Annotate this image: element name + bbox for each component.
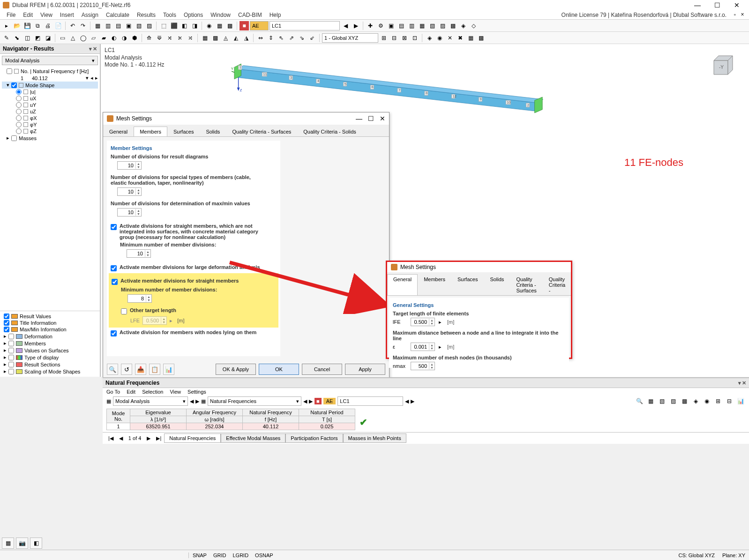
status-osnap[interactable]: OSNAP [255, 553, 273, 558]
menu-cadbim[interactable]: CAD-BIM [234, 11, 266, 19]
nf-lc-combo[interactable]: LC1 [337, 396, 403, 406]
spin-min-div[interactable]: 10▲▼ [127, 249, 151, 258]
tab-qc-surfaces[interactable]: Quality Criteria - Surfaces [226, 127, 297, 136]
t2n-icon[interactable]: ⟰ [144, 33, 154, 43]
t2w-icon[interactable]: ◮ [241, 33, 251, 43]
opt-typedisp-check[interactable] [8, 355, 14, 360]
x9-icon[interactable]: ▩ [448, 21, 457, 30]
x6-icon[interactable]: ▦ [417, 21, 427, 30]
t2y-icon[interactable]: ⇕ [266, 33, 276, 43]
ms-py-radio[interactable] [16, 122, 22, 127]
nav-pin-icon[interactable]: ▾ [89, 46, 92, 52]
table-row[interactable]: 1 63520.951 252.034 40.112 0.025 [107, 423, 355, 430]
x11-icon[interactable]: ◇ [469, 21, 478, 30]
nf-tool8-icon[interactable]: ⊞ [713, 396, 723, 406]
nf-tool7-icon[interactable]: ◉ [702, 396, 712, 406]
restore-sub-button[interactable]: ▫ [731, 11, 739, 19]
t2f-icon[interactable]: ▭ [58, 33, 67, 43]
x1-icon[interactable]: ✚ [366, 21, 375, 30]
t2e-icon[interactable]: ◪ [43, 33, 52, 43]
dialog-minimize-icon[interactable]: — [356, 115, 362, 122]
t2b-icon[interactable]: ⬊ [12, 33, 22, 43]
menu-window[interactable]: Window [207, 11, 234, 19]
nf-menu-goto[interactable]: Go To [106, 389, 120, 395]
nf-next1-icon[interactable]: ▶ [195, 398, 199, 404]
nf-menu-edit[interactable]: Edit [127, 389, 135, 395]
spin-div-special[interactable]: 10▲▼ [117, 187, 142, 196]
t2q-icon[interactable]: ⤪ [175, 33, 185, 43]
chk-straight-surf[interactable] [111, 224, 117, 230]
btab-pf[interactable]: Participation Factors [285, 433, 343, 443]
btab-mmp[interactable]: Masses in Mesh Points [343, 433, 406, 443]
chk-straight[interactable] [112, 279, 118, 285]
spin-nmax[interactable]: 500▲▼ [411, 362, 435, 370]
footer-extra-icon[interactable]: 📊 [163, 364, 174, 375]
t2g-icon[interactable]: △ [68, 33, 77, 43]
nf-tool4-icon[interactable]: ▨ [668, 396, 678, 406]
nf-tool3-icon[interactable]: ▧ [657, 396, 667, 406]
load-red-icon[interactable]: ■ [240, 21, 249, 30]
nf-pin-icon[interactable]: ▾ [738, 380, 741, 386]
t2x-icon[interactable]: ⇔ [256, 33, 265, 43]
x4-icon[interactable]: ▤ [397, 21, 406, 30]
nf-filter-icon[interactable]: ▦ [106, 398, 111, 404]
footer-export-icon[interactable]: 📋 [149, 364, 160, 375]
next-lc-icon[interactable]: ▶ [351, 21, 360, 30]
t2t-icon[interactable]: ▩ [210, 33, 220, 43]
spin-target-lfe[interactable]: 0.500▲▼ [411, 318, 435, 326]
freq-dropdown-icon[interactable]: ▾ [86, 75, 89, 81]
t2ab-icon[interactable]: ⇘ [297, 33, 307, 43]
tree-expand-icon[interactable]: ▾ [7, 82, 9, 88]
menu-calculate[interactable]: Calculate [102, 11, 133, 19]
t2s-icon[interactable]: ▦ [200, 33, 210, 43]
nf-analysis-combo[interactable]: Modal Analysis▾ [113, 396, 188, 406]
footer-snap-icon[interactable]: ◧ [30, 538, 42, 549]
t2ai-icon[interactable]: ◉ [435, 33, 444, 43]
x8-icon[interactable]: ▨ [438, 21, 447, 30]
dialog-close-icon[interactable]: ✕ [380, 115, 385, 122]
t2aj-icon[interactable]: ✕ [445, 33, 455, 43]
btab-emm[interactable]: Effective Modal Masses [221, 433, 285, 443]
masses-check[interactable] [11, 135, 17, 141]
chk-nodes[interactable] [111, 330, 117, 336]
nf-tool5-icon[interactable]: ▩ [680, 396, 689, 406]
ms-u-radio[interactable] [16, 89, 22, 95]
page-last-icon[interactable]: ▶| [153, 434, 164, 442]
nf-tool2-icon[interactable]: ▦ [646, 396, 655, 406]
t2ag-icon[interactable]: ⊡ [410, 33, 419, 43]
ms-pz-radio[interactable] [16, 128, 22, 134]
t2a-icon[interactable]: ✎ [2, 33, 11, 43]
prev-lc-icon[interactable]: ◀ [341, 21, 350, 30]
nf-red-icon[interactable]: ■ [315, 398, 322, 404]
tab-surfaces[interactable]: Surfaces [167, 127, 200, 136]
nf-next3-icon[interactable]: ▶ [411, 398, 414, 404]
t2v-icon[interactable]: ◭ [231, 33, 240, 43]
footer-camera-icon[interactable]: 📷 [16, 538, 28, 549]
tab-members[interactable]: Members [134, 127, 167, 136]
minimize-button[interactable]: — [688, 0, 707, 10]
t2z-icon[interactable]: ⇖ [277, 33, 286, 43]
v5-icon[interactable]: ▧ [134, 21, 143, 30]
status-lgrid[interactable]: LGRID [232, 553, 248, 558]
page-prev-icon[interactable]: ◀ [116, 434, 126, 442]
spin-eps[interactable]: 0.001▲▼ [411, 343, 435, 351]
opt-maxmin-check[interactable] [4, 327, 9, 332]
masses-expand-icon[interactable]: ▸ [7, 135, 9, 141]
opt-scaling-check[interactable] [8, 369, 14, 374]
t2ak-icon[interactable]: ✖ [456, 33, 465, 43]
nav-analysis-combo[interactable]: Modal Analysis▾ [2, 56, 98, 65]
tool4-icon[interactable]: ◨ [190, 21, 199, 30]
nf-tool6-icon[interactable]: ◈ [691, 396, 700, 406]
v4-icon[interactable]: ▣ [124, 21, 133, 30]
spin-div-result[interactable]: 10▲▼ [117, 161, 142, 170]
menu-file[interactable]: File [3, 11, 19, 19]
ok-button[interactable]: OK [259, 364, 299, 375]
nf-tool10-icon[interactable]: 📊 [736, 396, 745, 406]
loadcase-combo[interactable]: LC1 [270, 21, 340, 30]
t2d-icon[interactable]: ◩ [33, 33, 42, 43]
nf-tool1-icon[interactable]: 🔍 [635, 396, 644, 406]
v6-icon[interactable]: ▨ [144, 21, 154, 30]
sub-tab-qc-surf[interactable]: Quality Criteria - Surfaces [510, 274, 542, 295]
footer-import-icon[interactable]: 📥 [135, 364, 146, 375]
opt-titleinfo-check[interactable] [4, 320, 9, 326]
